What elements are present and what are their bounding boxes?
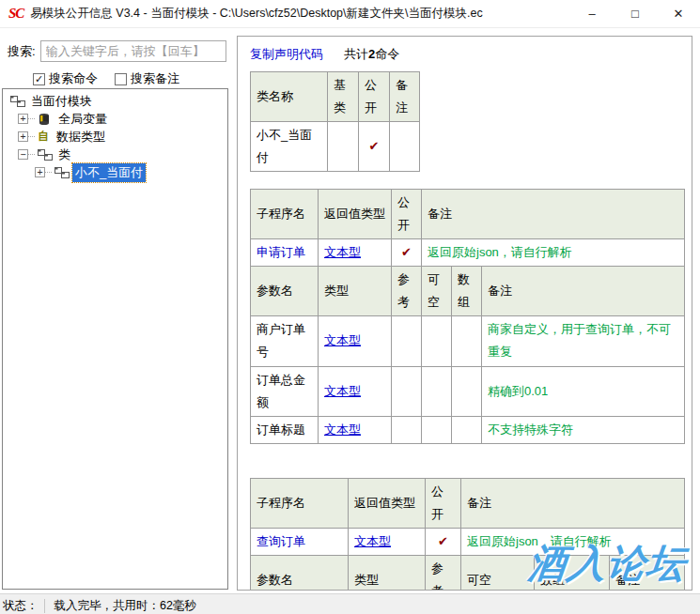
expand-plus-icon[interactable]: +: [18, 131, 28, 142]
table-header-row: 子程序名 返回值类型 公开 备注: [251, 190, 685, 239]
col-public: 公开: [359, 72, 390, 122]
param-header-row: 参数名 类型 参考 可空 数组 备注: [251, 267, 685, 316]
nullable-cell: [422, 416, 452, 443]
col-return-type: 返回值类型: [349, 478, 426, 528]
app-logo-icon: SC: [8, 6, 23, 22]
command-name-link[interactable]: 查询订单: [251, 528, 349, 555]
byref-cell: [392, 416, 422, 443]
public-check-icon: ✔: [426, 528, 461, 555]
col-array: 数组: [452, 267, 482, 316]
col-nullable: 可空: [422, 267, 452, 316]
left-pane: 搜索: ✓ 搜索命令 搜索备注 当面付模块 +: [0, 28, 233, 593]
tree-item-global-vars[interactable]: + 全局变量: [3, 110, 227, 128]
param-name-cell: 订单总金额: [251, 366, 319, 416]
param-remark-cell: 精确到0.01: [482, 366, 685, 416]
param-remark-cell: 不支持特殊字符: [482, 416, 685, 443]
window-controls: – □ ✕: [570, 0, 700, 28]
status-bar: 状态： 载入完毕，共用时：62毫秒: [0, 593, 700, 614]
col-class-name: 类名称: [251, 72, 328, 122]
search-options: ✓ 搜索命令 搜索备注: [33, 70, 196, 87]
tree-item-label-selected[interactable]: 小不_当面付: [72, 163, 146, 182]
param-type-link[interactable]: 文本型: [324, 384, 361, 398]
col-byref: 参考: [426, 555, 461, 591]
tree-item-label[interactable]: 数据类型: [54, 128, 108, 146]
expand-plus-icon[interactable]: +: [35, 167, 45, 177]
module-tree: 当面付模块 + 全局变量 + 自 数据类型 −: [2, 88, 228, 590]
copy-declaration-link[interactable]: 复制声明代码: [250, 46, 323, 63]
tree-line: [45, 172, 52, 173]
module-icon: [10, 95, 25, 108]
col-remark: 备注: [390, 72, 420, 122]
tree-item-label[interactable]: 类: [55, 146, 73, 164]
module-icon: [54, 166, 70, 179]
param-type-link[interactable]: 文本型: [324, 422, 361, 437]
search-remarks-label[interactable]: 搜索备注: [131, 70, 179, 87]
col-byref: 参考: [392, 267, 422, 316]
titlebar: SC 易模块公开信息 V3.4 - 当面付模块 - C:\Users\cfz52…: [0, 0, 700, 28]
detail-toolbar: 复制声明代码 共计2命令: [250, 46, 692, 63]
search-input[interactable]: [40, 40, 226, 62]
tree-item-label[interactable]: 当面付模块: [28, 92, 95, 111]
detail-pane: 复制声明代码 共计2命令 类名称 基类 公开 备注 小不_当面付 ✔: [237, 36, 692, 591]
col-param-name: 参数名: [251, 267, 319, 316]
collapse-minus-icon[interactable]: −: [18, 149, 28, 160]
module-icon: [38, 148, 53, 161]
expand-plus-icon[interactable]: +: [18, 114, 28, 124]
public-check-icon: ✔: [359, 122, 390, 172]
tree-line: [28, 154, 35, 155]
tree-line: [28, 118, 35, 119]
nullable-cell: [422, 316, 452, 366]
search-commands-checkbox[interactable]: ✓: [33, 73, 45, 85]
maximize-button[interactable]: □: [614, 0, 657, 28]
command1-params-table: 参数名 类型 参考 可空 数组 备注 商户订单号 文本型 商家自定义，用于查询订…: [250, 266, 685, 443]
table-header-row: 类名称 基类 公开 备注: [251, 72, 420, 122]
main-area: 搜索: ✓ 搜索命令 搜索备注 当面付模块 +: [0, 28, 700, 593]
status-separator: [44, 599, 45, 613]
col-param-type: 类型: [349, 555, 426, 591]
command-row: 申请订单 文本型 ✔ 返回原始json，请自行解析: [251, 239, 685, 267]
param-remark-cell: 商家自定义，用于查询订单，不可重复: [482, 316, 685, 366]
window-title: 易模块公开信息 V3.4 - 当面付模块 - C:\Users\cfz52\De…: [30, 6, 482, 22]
public-check-icon: ✔: [392, 239, 422, 267]
search-row: 搜索:: [8, 40, 226, 62]
count-prefix: 共计: [344, 47, 368, 61]
col-remark: 备注: [461, 478, 685, 528]
param-name-cell: 商户订单号: [251, 316, 319, 366]
col-nullable: 可空: [461, 555, 535, 591]
data-type-icon: 自: [38, 129, 51, 145]
class-name-cell: 小不_当面付: [251, 122, 328, 172]
param-name-cell: 订单标题: [251, 416, 319, 443]
forum-watermark: 酒入论坛: [525, 538, 689, 590]
command-count: 共计2命令: [344, 46, 399, 63]
command-name-link[interactable]: 申请订单: [251, 239, 319, 267]
return-type-link[interactable]: 文本型: [324, 245, 361, 259]
status-label: 状态：: [0, 598, 39, 614]
tree-item-selected-class[interactable]: + 小不_当面付: [3, 163, 227, 181]
param-row: 订单总金额 文本型 精确到0.01: [251, 366, 685, 416]
tree-item-data-types[interactable]: + 自 数据类型: [3, 128, 227, 146]
count-suffix: 命令: [375, 47, 399, 61]
col-param-type: 类型: [319, 267, 392, 316]
array-cell: [452, 366, 482, 416]
class-remark-cell: [390, 122, 420, 172]
param-type-link[interactable]: 文本型: [324, 333, 361, 347]
command1-table: 子程序名 返回值类型 公开 备注 申请订单 文本型 ✔ 返回原始json，请自行…: [250, 189, 685, 267]
col-param-name: 参数名: [251, 555, 349, 591]
return-type-link[interactable]: 文本型: [354, 534, 391, 548]
search-commands-label[interactable]: 搜索命令: [49, 70, 98, 87]
byref-cell: [392, 316, 422, 366]
minimize-button[interactable]: –: [570, 0, 614, 28]
search-label: 搜索:: [8, 43, 36, 60]
col-return-type: 返回值类型: [319, 190, 392, 239]
tree-item-root[interactable]: 当面付模块: [3, 92, 227, 110]
col-base-class: 基类: [328, 72, 359, 122]
tree-line: [28, 136, 35, 137]
byref-cell: [392, 366, 422, 416]
tree-item-label[interactable]: 全局变量: [55, 110, 110, 129]
param-row: 订单标题 文本型 不支持特殊字符: [251, 416, 685, 443]
close-button[interactable]: ✕: [657, 0, 700, 28]
col-remark: 备注: [482, 267, 685, 316]
tree-item-classes[interactable]: − 类: [3, 146, 227, 163]
table-header-row: 子程序名 返回值类型 公开 备注: [251, 478, 685, 528]
search-remarks-checkbox[interactable]: [115, 73, 127, 85]
